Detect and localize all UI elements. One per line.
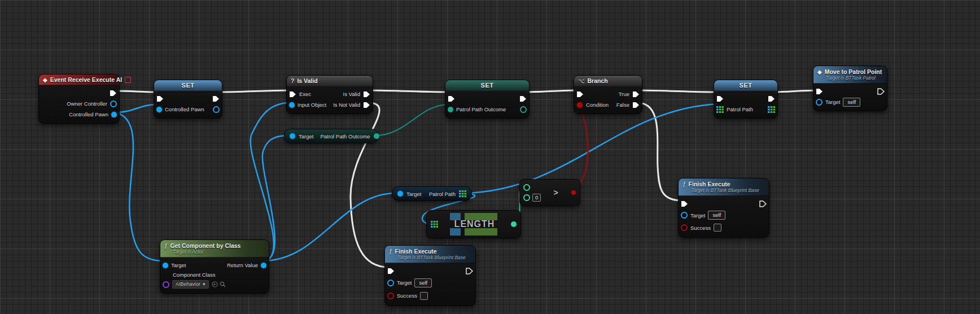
is-valid-exec-out-pin[interactable] bbox=[363, 91, 370, 98]
return-value-pin[interactable] bbox=[261, 263, 266, 268]
target-pin[interactable] bbox=[397, 191, 403, 197]
controlled-pawn-out-pin[interactable] bbox=[213, 106, 220, 113]
success-pin[interactable] bbox=[387, 293, 394, 299]
target-self-input[interactable]: self bbox=[414, 278, 432, 287]
wire-exec-set-to-isvalid bbox=[217, 90, 290, 92]
pin-label: Is Not Valid bbox=[333, 102, 360, 108]
exec-out-pin[interactable] bbox=[877, 88, 885, 95]
pin-label: Controlled Pawn bbox=[69, 111, 108, 117]
node-set-controlled-pawn[interactable]: SET Controlled Pawn bbox=[154, 80, 222, 119]
patrol-path-outcome-out-pin[interactable] bbox=[520, 106, 527, 113]
node-event-receive-execute-ai[interactable]: ◆ Event Receive Execute AI Owner Control… bbox=[38, 74, 120, 124]
node-is-valid[interactable]: ? Is Valid Exec Is Valid Input Object Is… bbox=[286, 75, 373, 114]
patrol-path-array-out-pin[interactable] bbox=[459, 190, 466, 197]
pin-label: Owner Controller bbox=[67, 101, 107, 107]
component-class-dropdown[interactable]: AIBehavior ▾ bbox=[172, 280, 209, 289]
reset-to-default-icon[interactable] bbox=[212, 281, 218, 287]
exec-out-pin[interactable] bbox=[110, 90, 117, 97]
event-icon: ◆ bbox=[817, 69, 822, 75]
pin-label: Patrol Path bbox=[727, 106, 753, 112]
owner-controller-pin[interactable] bbox=[110, 101, 117, 107]
success-checkbox[interactable] bbox=[420, 292, 428, 300]
node-get-component-by-class[interactable]: ƒ Get Component by Class Target is Actor… bbox=[160, 239, 269, 294]
node-title: Finish Execute bbox=[395, 248, 437, 255]
condition-pin[interactable] bbox=[576, 102, 583, 108]
success-checkbox[interactable] bbox=[714, 224, 721, 232]
pin-label: True bbox=[619, 91, 629, 97]
exec-in-pin[interactable] bbox=[156, 95, 164, 102]
array-in-pin[interactable] bbox=[431, 221, 438, 228]
pin-label: Target bbox=[299, 133, 313, 139]
node-title: Get Component by Class bbox=[170, 242, 241, 249]
node-title: Finish Execute bbox=[689, 181, 730, 187]
target-pin[interactable] bbox=[387, 280, 394, 286]
exec-out-pin[interactable] bbox=[466, 268, 473, 274]
patrol-path-outcome-in-pin[interactable] bbox=[448, 107, 453, 112]
greater-result-pin[interactable] bbox=[571, 190, 576, 195]
patrol-path-array-out-pin[interactable] bbox=[768, 106, 775, 113]
exec-out-pin[interactable] bbox=[212, 95, 220, 102]
exec-in-pin[interactable] bbox=[576, 91, 584, 98]
node-subtitle: Target is Actor bbox=[164, 249, 203, 255]
node-finish-execute-bottom[interactable]: ƒ Finish Execute Target is BTTask Bluepr… bbox=[384, 245, 476, 306]
exec-in-pin[interactable] bbox=[681, 200, 688, 207]
event-icon: ◆ bbox=[43, 77, 47, 83]
node-array-length[interactable]: LENGTH bbox=[426, 210, 521, 238]
node-subtitle: Target is BTTask Patrol bbox=[817, 75, 876, 81]
pin-label: False bbox=[616, 102, 629, 108]
pin-label: Input Object bbox=[298, 102, 326, 108]
controlled-pawn-pin[interactable] bbox=[111, 112, 117, 117]
exec-out-pin[interactable] bbox=[768, 95, 775, 102]
target-self-input[interactable]: self bbox=[708, 211, 725, 220]
greater-input-b-value[interactable]: 0 bbox=[532, 194, 541, 202]
node-greater[interactable]: 0 > bbox=[519, 179, 580, 206]
node-set-patrol-path[interactable]: SET Patrol Path bbox=[714, 80, 778, 119]
true-exec-out-pin[interactable] bbox=[632, 91, 640, 98]
pin-label: Is Valid bbox=[343, 91, 360, 97]
node-branch[interactable]: ⌥ Branch True Condition False bbox=[574, 75, 642, 114]
node-header: SET bbox=[154, 80, 222, 91]
wire-layer bbox=[0, 0, 980, 314]
pin-label: Controlled Pawn bbox=[165, 106, 204, 112]
component-class-pin[interactable] bbox=[163, 281, 169, 288]
pin-label: Condition bbox=[586, 102, 609, 108]
node-move-to-patrol-point[interactable]: ◆ Move to Patrol Point Target is BTTask … bbox=[813, 66, 887, 111]
node-header: ◆ Event Receive Execute AI bbox=[39, 75, 119, 85]
patrol-path-outcome-out-pin[interactable] bbox=[374, 133, 379, 139]
pin-label: Exec bbox=[299, 91, 311, 97]
node-get-patrol-path-outcome[interactable]: Target Patrol Path Outcome bbox=[284, 129, 378, 143]
exec-in-pin[interactable] bbox=[716, 95, 724, 102]
target-pin[interactable] bbox=[681, 212, 688, 219]
blueprint-graph-canvas[interactable]: ◆ Event Receive Execute AI Owner Control… bbox=[0, 0, 980, 314]
node-set-patrol-path-outcome[interactable]: SET Patrol Path Outcome bbox=[445, 80, 530, 119]
node-get-patrol-path[interactable]: Target Patrol Path bbox=[392, 186, 472, 201]
input-object-pin[interactable] bbox=[289, 102, 295, 108]
exec-in-pin[interactable] bbox=[448, 95, 455, 102]
pin-label: Return Value bbox=[227, 262, 258, 268]
node-header: ⌥ Branch bbox=[574, 76, 642, 86]
target-pin[interactable] bbox=[290, 133, 295, 139]
length-out-pin[interactable] bbox=[511, 221, 517, 227]
target-pin[interactable] bbox=[163, 263, 168, 268]
search-icon[interactable] bbox=[220, 281, 226, 287]
greater-input-a-pin[interactable] bbox=[523, 184, 530, 191]
exec-in-pin[interactable] bbox=[387, 268, 395, 274]
node-header: ƒ Finish Execute Target is BTTask Bluepr… bbox=[679, 178, 769, 196]
patrol-path-array-in-pin[interactable] bbox=[716, 106, 724, 113]
function-icon: ƒ bbox=[389, 248, 392, 255]
target-pin[interactable] bbox=[816, 99, 823, 106]
false-exec-out-pin[interactable] bbox=[632, 102, 640, 108]
is-not-valid-exec-out-pin[interactable] bbox=[363, 102, 370, 108]
exec-out-pin[interactable] bbox=[519, 95, 527, 102]
pin-label: Patrol Path bbox=[429, 191, 456, 197]
exec-in-pin[interactable] bbox=[816, 88, 823, 95]
greater-input-b-pin[interactable] bbox=[523, 194, 530, 201]
node-finish-execute-right[interactable]: ƒ Finish Execute Target is BTTask Bluepr… bbox=[678, 178, 769, 238]
exec-in-pin[interactable] bbox=[289, 91, 296, 98]
success-pin[interactable] bbox=[681, 224, 688, 231]
exec-out-pin[interactable] bbox=[759, 200, 767, 207]
controlled-pawn-in-pin[interactable] bbox=[156, 107, 162, 112]
target-self-input[interactable]: self bbox=[843, 98, 860, 107]
node-header: ◆ Move to Patrol Point Target is BTTask … bbox=[813, 66, 887, 84]
wire-exec-branch-true-to-set bbox=[637, 90, 718, 92]
